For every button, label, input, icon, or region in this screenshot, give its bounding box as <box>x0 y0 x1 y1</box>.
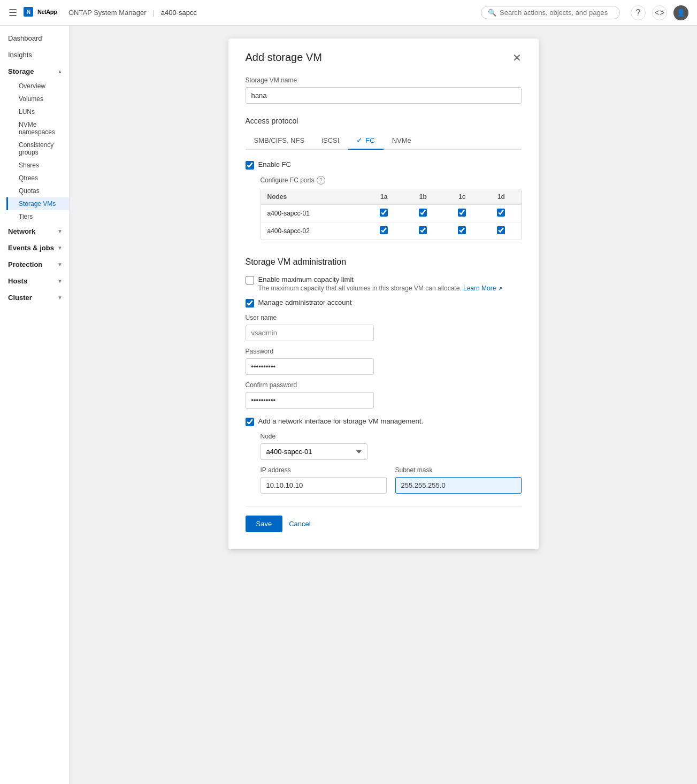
sidebar-cluster-header[interactable]: Cluster ▼ <box>0 289 69 306</box>
add-network-interface-checkbox[interactable] <box>246 418 254 426</box>
fc-node1-1d[interactable] <box>497 209 505 217</box>
tab-iscsi[interactable]: iSCSI <box>313 132 348 150</box>
sidebar-item-quotas[interactable]: Quotas <box>6 185 69 197</box>
manage-admin-checkbox[interactable] <box>246 299 254 308</box>
subnet-mask-input[interactable] <box>395 477 522 494</box>
sidebar: Dashboard Insights Storage ▲ Overview Vo… <box>0 26 70 784</box>
fc-node2-1d[interactable] <box>497 226 505 234</box>
app-name: ONTAP System Manager <box>68 9 146 17</box>
sidebar-item-shares[interactable]: Shares <box>6 159 69 172</box>
user-avatar[interactable]: 👤 <box>673 5 688 20</box>
search-icon: 🔍 <box>488 9 496 17</box>
storage-vm-name-label: Storage VM name <box>246 76 522 84</box>
tab-nvme[interactable]: NVMe <box>384 132 420 150</box>
system-name: a400-sapcc <box>161 9 197 17</box>
node-label: Node <box>261 433 522 440</box>
fc-ports-table: Nodes 1a 1b 1c 1d a400-sapcc-01 <box>261 189 522 240</box>
dialog-title: Add storage VM <box>246 51 322 64</box>
confirm-password-section: Confirm password <box>246 381 522 409</box>
configure-fc-ports-row: Configure FC ports ? <box>261 176 522 185</box>
netapp-wordmark: N NetApp <box>24 7 62 18</box>
main-content: Add storage VM ✕ Storage VM name Access … <box>70 26 697 784</box>
fc-row-node1: a400-sapcc-01 <box>261 205 521 222</box>
hosts-chevron-icon: ▼ <box>57 278 63 284</box>
protection-chevron-icon: ▼ <box>57 262 63 267</box>
enable-max-capacity-row: Enable maximum capacity limit The maximu… <box>246 275 522 292</box>
tab-iscsi-label: iSCSI <box>321 136 339 144</box>
search-input[interactable] <box>500 9 613 17</box>
hamburger-menu[interactable]: ☰ <box>9 7 17 19</box>
storage-vm-admin-section: Storage VM administration Enable maximum… <box>246 253 522 494</box>
access-protocol-section: Access protocol SMB/CIFS, NFS iSCSI ✓ FC… <box>246 117 522 240</box>
sidebar-item-consistency-groups[interactable]: Consistency groups <box>6 139 69 159</box>
sidebar-storage-header[interactable]: Storage ▲ <box>0 63 69 80</box>
fc-node1-1a[interactable] <box>380 209 388 217</box>
password-label: Password <box>246 348 522 355</box>
sidebar-item-nvme-namespaces[interactable]: NVMe namespaces <box>6 118 69 139</box>
sidebar-network-header[interactable]: Network ▼ <box>0 223 69 240</box>
node-select[interactable]: a400-sapcc-01 a400-sapcc-02 <box>261 443 367 460</box>
fc-node1-1b[interactable] <box>419 209 427 217</box>
protocol-tabs: SMB/CIFS, NFS iSCSI ✓ FC NVMe <box>246 132 522 150</box>
sidebar-hosts-header[interactable]: Hosts ▼ <box>0 273 69 289</box>
storage-vm-name-input[interactable] <box>246 87 522 104</box>
main-layout: Dashboard Insights Storage ▲ Overview Vo… <box>0 26 697 784</box>
enable-max-capacity-label[interactable]: Enable maximum capacity limit <box>258 275 354 283</box>
topnav: ☰ N NetApp ONTAP System Manager | a400-s… <box>0 0 697 26</box>
fc-check-icon: ✓ <box>356 136 363 144</box>
subnet-mask-field: Subnet mask <box>395 466 522 494</box>
save-button[interactable]: Save <box>246 516 283 532</box>
events-chevron-icon: ▼ <box>57 245 63 251</box>
sidebar-item-volumes[interactable]: Volumes <box>6 93 69 105</box>
sidebar-item-insights[interactable]: Insights <box>0 47 69 63</box>
svg-text:NetApp: NetApp <box>37 9 57 15</box>
learn-more-link[interactable]: Learn More ↗ <box>463 285 502 292</box>
fc-node2-1c[interactable] <box>458 226 466 234</box>
fc-node1-name: a400-sapcc-01 <box>261 205 365 222</box>
sidebar-item-dashboard[interactable]: Dashboard <box>0 30 69 47</box>
search-bar[interactable]: 🔍 <box>481 6 620 19</box>
sidebar-item-overview[interactable]: Overview <box>6 80 69 93</box>
sidebar-item-luns[interactable]: LUNs <box>6 105 69 118</box>
ip-address-input[interactable] <box>261 477 387 494</box>
confirm-password-label: Confirm password <box>246 381 522 389</box>
action-buttons: Save Cancel <box>246 506 522 532</box>
app-logo: N NetApp <box>24 7 62 18</box>
enable-max-capacity-checkbox[interactable] <box>246 276 254 285</box>
username-input[interactable] <box>246 325 374 341</box>
tab-fc-label: FC <box>365 136 374 144</box>
fc-node2-1b[interactable] <box>419 226 427 234</box>
sidebar-item-qtrees[interactable]: Qtrees <box>6 172 69 185</box>
enable-fc-checkbox[interactable] <box>246 161 254 170</box>
manage-admin-label[interactable]: Manage administrator account <box>258 298 352 306</box>
fc-node2-1a[interactable] <box>380 226 388 234</box>
fc-node1-1c[interactable] <box>458 209 466 217</box>
enable-fc-label[interactable]: Enable FC <box>258 160 291 168</box>
help-icon[interactable]: ? <box>631 5 646 20</box>
sidebar-events-jobs-header[interactable]: Events & jobs ▼ <box>0 240 69 256</box>
sidebar-item-tiers[interactable]: Tiers <box>6 210 69 223</box>
fc-col-1b: 1b <box>403 189 442 205</box>
fc-ports-help-icon[interactable]: ? <box>317 176 325 185</box>
sidebar-protection-header[interactable]: Protection ▼ <box>0 256 69 273</box>
node-section: Node a400-sapcc-01 a400-sapcc-02 <box>261 433 522 460</box>
fc-col-1c: 1c <box>442 189 481 205</box>
sidebar-item-storage-vms[interactable]: Storage VMs <box>6 197 69 210</box>
cancel-button[interactable]: Cancel <box>289 520 310 528</box>
tab-smb-cifs-nfs[interactable]: SMB/CIFS, NFS <box>246 132 313 150</box>
code-icon[interactable]: <> <box>652 5 667 20</box>
storage-vm-admin-title: Storage VM administration <box>246 253 522 267</box>
add-network-interface-row: Add a network interface for storage VM m… <box>246 417 522 426</box>
dialog-close-button[interactable]: ✕ <box>512 52 522 63</box>
fc-row-node2: a400-sapcc-02 <box>261 222 521 240</box>
enable-fc-row: Enable FC <box>246 160 522 170</box>
subnet-mask-label: Subnet mask <box>395 466 522 474</box>
password-input[interactable] <box>246 358 374 375</box>
tab-nvme-label: NVMe <box>392 136 411 144</box>
sidebar-storage-subitems: Overview Volumes LUNs NVMe namespaces Co… <box>0 80 69 223</box>
confirm-password-input[interactable] <box>246 392 374 409</box>
username-section: User name <box>246 314 522 341</box>
tab-fc[interactable]: ✓ FC <box>348 132 383 150</box>
fc-col-1d: 1d <box>481 189 520 205</box>
add-network-interface-label[interactable]: Add a network interface for storage VM m… <box>258 417 424 425</box>
